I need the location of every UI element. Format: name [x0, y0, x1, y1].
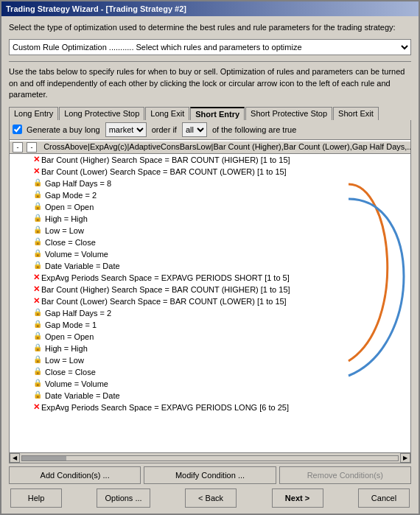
- tab-short-entry[interactable]: Short Entry: [190, 107, 245, 120]
- all-dropdown[interactable]: all: [182, 122, 207, 137]
- item-text: Bar Count (Higher) Search Space = BAR CO…: [41, 155, 290, 164]
- lock-icon: 🔒: [33, 355, 43, 365]
- main-window: Trading Strategy Wizard - [Trading Strat…: [0, 0, 420, 515]
- footer-row: Help Options ... < Back Next > Cancel: [9, 488, 411, 508]
- tree-item[interactable]: 🔒 Gap Half Days = 8: [10, 178, 411, 189]
- tab-long-entry[interactable]: Long Entry: [9, 107, 58, 120]
- bottom-buttons: Add Condition(s) ... Modify Condition ..…: [9, 466, 411, 484]
- tree-item[interactable]: 🔒 Date Variable = Date: [10, 260, 411, 272]
- scroll-left-btn[interactable]: ◀: [10, 453, 20, 463]
- back-button[interactable]: < Back: [185, 488, 237, 508]
- header-text: CrossAbove|ExpAvg(c)|AdaptiveConsBarsLow…: [43, 142, 411, 151]
- scroll-thumb[interactable]: [22, 456, 66, 460]
- cancel-button[interactable]: Cancel: [358, 488, 410, 508]
- generate-row: Generate a buy long market order if all …: [9, 120, 411, 140]
- tree-item[interactable]: 🔒 High = High: [10, 343, 411, 354]
- item-text: High = High: [45, 214, 88, 223]
- tree-item[interactable]: 🔒 Close = Close: [10, 366, 411, 378]
- tree-item[interactable]: 🔒 Open = Open: [10, 201, 411, 213]
- following-label: of the following are true: [212, 125, 296, 134]
- scroll-track[interactable]: [21, 455, 399, 461]
- red-x-icon: ✕: [33, 167, 40, 176]
- lock-icon: 🔒: [33, 367, 43, 377]
- item-text: Open = Open: [45, 203, 94, 211]
- lock-icon: 🔒: [33, 214, 43, 224]
- tree-item[interactable]: ✕ ExpAvg Periods Search Space = EXPAVG P…: [10, 272, 411, 284]
- lock-icon: 🔒: [33, 261, 43, 271]
- item-text: Gap Mode = 1: [45, 320, 97, 329]
- tab-long-protective-stop[interactable]: Long Protective Stop: [59, 107, 144, 120]
- tab-long-exit[interactable]: Long Exit: [145, 107, 189, 120]
- title-bar: Trading Strategy Wizard - [Trading Strat…: [1, 1, 419, 16]
- red-x-icon: ✕: [33, 155, 40, 164]
- lock-icon: 🔒: [33, 390, 43, 401]
- tree-item[interactable]: 🔒 Volume = Volume: [10, 248, 411, 260]
- lock-icon: 🔒: [33, 332, 43, 342]
- tree-item[interactable]: 🔒 Low = Low: [10, 225, 411, 237]
- options-button[interactable]: Options ...: [97, 488, 150, 508]
- red-x-icon: ✕: [33, 273, 40, 282]
- tree-item[interactable]: ✕ Bar Count (Lower) Search Space = BAR C…: [10, 166, 411, 178]
- item-text: Low = Low: [45, 356, 84, 365]
- red-x-icon: ✕: [33, 284, 40, 294]
- tree-item[interactable]: 🔒 Close = Close: [10, 237, 411, 248]
- generate-label: Generate a buy long: [27, 125, 100, 134]
- lock-icon: 🔒: [33, 178, 43, 189]
- red-x-icon: ✕: [33, 296, 40, 306]
- scroll-right-btn[interactable]: ▶: [400, 453, 410, 463]
- tab-short-exit[interactable]: Short Exit: [333, 107, 379, 120]
- modify-condition-button[interactable]: Modify Condition ...: [144, 466, 276, 484]
- item-text: High = High: [45, 344, 88, 353]
- tree-item[interactable]: 🔒 Low = Low: [10, 354, 411, 366]
- lock-icon: 🔒: [33, 190, 43, 200]
- add-condition-button[interactable]: Add Condition(s) ...: [9, 466, 141, 484]
- red-x-icon: ✕: [33, 402, 40, 412]
- item-text: Volume = Volume: [45, 250, 108, 259]
- lock-icon: 🔒: [33, 320, 43, 330]
- tree-item[interactable]: ✕ Bar Count (Higher) Search Space = BAR …: [10, 154, 411, 166]
- lock-icon: 🔒: [33, 343, 43, 354]
- expand-icon[interactable]: -: [13, 142, 23, 153]
- item-text: Bar Count (Higher) Search Space = BAR CO…: [41, 285, 290, 294]
- item-text: Volume = Volume: [45, 379, 108, 388]
- description1: Select the type of optimization used to …: [9, 22, 411, 33]
- tree-item[interactable]: 🔒 Gap Mode = 2: [10, 189, 411, 201]
- tree-item[interactable]: 🔒 Gap Half Days = 2: [10, 307, 411, 319]
- item-text: Date Variable = Date: [45, 391, 120, 400]
- lock-icon: 🔒: [33, 308, 43, 318]
- tree-item[interactable]: ✕ Bar Count (Higher) Search Space = BAR …: [10, 284, 411, 295]
- title-text: Trading Strategy Wizard - [Trading Strat…: [6, 4, 186, 13]
- tree-item[interactable]: 🔒 Date Variable = Date: [10, 390, 411, 402]
- tree-item[interactable]: ✕ Bar Count (Lower) Search Space = BAR C…: [10, 295, 411, 307]
- tree-item[interactable]: 🔒 Volume = Volume: [10, 378, 411, 390]
- tree-item[interactable]: 🔒 High = High: [10, 213, 411, 225]
- tree-container[interactable]: - - CrossAbove|ExpAvg(c)|AdaptiveConsBar…: [9, 140, 411, 453]
- item-text: Gap Mode = 2: [45, 191, 97, 200]
- tree-item[interactable]: 🔒 Gap Mode = 1: [10, 319, 411, 331]
- tree-item[interactable]: 🔒 Open = Open: [10, 331, 411, 343]
- item-text: Close = Close: [45, 368, 96, 376]
- next-button[interactable]: Next >: [272, 488, 323, 508]
- item-text: Close = Close: [45, 238, 96, 247]
- lock-icon: 🔒: [33, 249, 43, 259]
- lock-icon: 🔒: [33, 379, 43, 389]
- lock-icon: 🔒: [33, 237, 43, 248]
- item-text: ExpAvg Periods Search Space = EXPAVG PER…: [41, 273, 290, 282]
- tabs-container: Long Entry Long Protective Stop Long Exi…: [9, 107, 411, 120]
- description2: Use the tabs below to specify rules for …: [9, 61, 411, 100]
- generate-checkbox[interactable]: [13, 125, 22, 134]
- item-text: Bar Count (Lower) Search Space = BAR COU…: [41, 167, 287, 176]
- remove-condition-button[interactable]: Remove Condition(s): [279, 466, 411, 484]
- horizontal-scrollbar[interactable]: ◀ ▶: [9, 453, 411, 463]
- dropdown-row: Custom Rule Optimization ........... Sel…: [9, 39, 411, 55]
- tree-item[interactable]: ✕ ExpAvg Periods Search Space = EXPAVG P…: [10, 402, 411, 413]
- lock-icon: 🔒: [33, 202, 43, 212]
- tab-short-protective-stop[interactable]: Short Protective Stop: [245, 107, 332, 120]
- optimization-dropdown[interactable]: Custom Rule Optimization ........... Sel…: [9, 39, 411, 55]
- market-dropdown[interactable]: market: [105, 122, 147, 137]
- item-text: Gap Half Days = 2: [45, 309, 111, 318]
- lock-icon: 🔒: [33, 225, 43, 236]
- expand-icon2[interactable]: -: [27, 142, 37, 153]
- help-button[interactable]: Help: [10, 488, 62, 508]
- item-text: Open = Open: [45, 332, 94, 341]
